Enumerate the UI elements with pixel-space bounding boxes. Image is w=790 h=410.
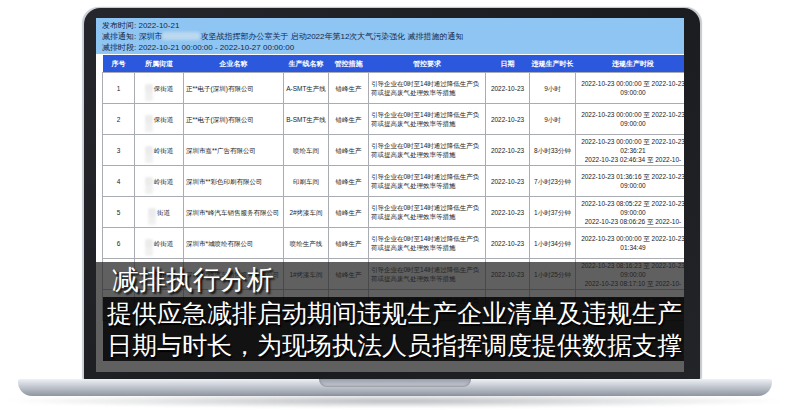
laptop-shadow <box>8 394 782 408</box>
redaction-smudge <box>145 84 153 93</box>
caption-overlay: 减排执行分析 提供应急减排启动期间违规生产企业清单及违规生产 日期与时长，为现场… <box>96 262 684 372</box>
cell-requirement: 引导企业在0时至14时通过降低生产负荷或提高废气处理效率等措施 <box>369 135 486 166</box>
cell-measure: 错峰生产 <box>329 197 369 228</box>
table-row: 6岭街道深圳市*城喷绘有限公司喷绘生产线错峰生产引导企业在0时至14时通过降低生… <box>103 228 685 259</box>
cell-line: B-SMT生产线 <box>284 104 329 135</box>
cell-street: 岭街道 <box>135 135 184 166</box>
cell-date: 2022-10-23 <box>486 166 530 197</box>
screen-content: 发布时间: 2022-10-21 减排通知: 深圳市攻坚战指挥部办公室关于 启动… <box>96 18 684 372</box>
column-header: 管控措施 <box>329 55 369 73</box>
redaction-smudge <box>162 32 200 40</box>
column-header: 所属街道 <box>135 55 184 73</box>
cell-seq: 6 <box>103 228 135 259</box>
cell-seq: 4 <box>103 166 135 197</box>
column-header: 序号 <box>103 55 135 73</box>
cell-line: 喷绘车间 <box>284 135 329 166</box>
cell-company: 深圳市**彩色印刷有限公司 <box>184 166 284 197</box>
cell-duration: 9小时 <box>530 73 576 104</box>
cell-seq: 3 <box>103 135 135 166</box>
cell-company: 深圳市*峰汽车销售服务有限公司 <box>184 197 284 228</box>
column-header: 违规生产时段 <box>576 55 685 73</box>
cell-requirement: 引导企业在0时至14时通过降低生产负荷或提高废气处理效率等措施 <box>369 166 486 197</box>
cell-period: 2022-10-23 00:00:00 至 2022-10-23 01:34:4… <box>576 228 685 259</box>
caption-line-1: 提供应急减排启动期间违规生产企业清单及违规生产 <box>103 297 684 329</box>
table-row: 2保街道正**电子(深圳)有限公司B-SMT生产线错峰生产引导企业在0时至14时… <box>103 104 685 135</box>
column-header: 违规生产时长 <box>530 55 576 73</box>
table-row: 1保街道正**电子(深圳)有限公司A-SMT生产线错峰生产引导企业在0时至14时… <box>103 73 685 104</box>
cell-street: 岭街道 <box>135 166 184 197</box>
cell-street: 保街道 <box>135 73 184 104</box>
cell-company: 正**电子(深圳)有限公司 <box>184 73 284 104</box>
cell-duration: 1小时34分钟 <box>530 228 576 259</box>
notice-info-panel: 发布时间: 2022-10-21 减排通知: 深圳市攻坚战指挥部办公室关于 启动… <box>96 18 684 54</box>
cell-street: 街道 <box>135 197 184 228</box>
cell-date: 2022-10-23 <box>486 197 530 228</box>
cell-period: 2022-10-23 00:00:00 至 2022-10-23 02:36:2… <box>576 135 685 166</box>
cell-requirement: 引导企业在0时至14时通过降低生产负荷或提高废气处理效率等措施 <box>369 197 486 228</box>
cell-date: 2022-10-23 <box>486 135 530 166</box>
cell-company: 深圳市嘉**广告有限公司 <box>184 135 284 166</box>
table-row: 4岭街道深圳市**彩色印刷有限公司印刷车间错峰生产引导企业在0时至14时通过降低… <box>103 166 685 197</box>
cell-street: 岭街道 <box>135 228 184 259</box>
redaction-smudge <box>145 239 153 248</box>
cell-measure: 错峰生产 <box>329 166 369 197</box>
column-header: 企业名称 <box>184 55 284 73</box>
cell-duration: 1小时37分钟 <box>530 197 576 228</box>
table-row: 5街道深圳市*峰汽车销售服务有限公司2#烤漆车间错峰生产引导企业在0时至14时通… <box>103 197 685 228</box>
notice-line: 减排通知: 深圳市攻坚战指挥部办公室关于 启动2022年第12次大气污染强化 减… <box>102 31 678 42</box>
laptop-base-notch <box>319 379 471 387</box>
column-header: 管控要求 <box>369 55 486 73</box>
cell-line: 印刷车间 <box>284 166 329 197</box>
cell-duration: 8小时33分钟 <box>530 135 576 166</box>
cell-duration: 7小时23分钟 <box>530 166 576 197</box>
cell-line: 2#烤漆车间 <box>284 197 329 228</box>
cell-requirement: 引导企业在0时至14时通过降低生产负荷或提高废气处理效率等措施 <box>369 73 486 104</box>
cell-date: 2022-10-23 <box>486 73 530 104</box>
caption-line-2: 日期与时长，为现场执法人员指挥调度提供数据支撑。 <box>103 329 684 361</box>
cell-company: 正**电子(深圳)有限公司 <box>184 104 284 135</box>
cell-measure: 错峰生产 <box>329 135 369 166</box>
column-header: 生产线名称 <box>284 55 329 73</box>
publish-time-line: 发布时间: 2022-10-21 <box>102 20 678 31</box>
cell-duration: 9小时 <box>530 104 576 135</box>
cell-measure: 错峰生产 <box>329 228 369 259</box>
cell-requirement: 引导企业在0时至14时通过降低生产负荷或提高废气处理效率等措施 <box>369 228 486 259</box>
caption-title: 减排执行分析 <box>112 265 274 296</box>
cell-period: 2022-10-23 08:05:22 至 2022-10-23 09:00:0… <box>576 197 685 228</box>
cell-street: 保街道 <box>135 104 184 135</box>
redaction-smudge <box>145 115 153 124</box>
cell-period: 2022-10-23 01:36:16 至 2022-10-23 09:00:0… <box>576 166 685 197</box>
cell-date: 2022-10-23 <box>486 104 530 135</box>
table-header-row: 序号所属街道企业名称生产线名称管控措施管控要求日期违规生产时长违规生产时段 <box>103 55 685 73</box>
cell-period: 2022-10-23 00:00:00 至 2022-10-23 09:00:0… <box>576 104 685 135</box>
table-row: 3岭街道深圳市嘉**广告有限公司喷绘车间错峰生产引导企业在0时至14时通过降低生… <box>103 135 685 166</box>
column-header: 日期 <box>486 55 530 73</box>
redaction-smudge <box>145 177 153 186</box>
cell-seq: 2 <box>103 104 135 135</box>
redaction-smudge <box>148 208 156 217</box>
cell-line: 喷绘生产线 <box>284 228 329 259</box>
cell-date: 2022-10-23 <box>486 228 530 259</box>
cell-requirement: 引导企业在0时至14时通过降低生产负荷或提高废气处理效率等措施 <box>369 104 486 135</box>
cell-company: 深圳市*城喷绘有限公司 <box>184 228 284 259</box>
cell-measure: 错峰生产 <box>329 73 369 104</box>
cell-line: A-SMT生产线 <box>284 73 329 104</box>
cell-period: 2022-10-23 00:00:00 至 2022-10-23 09:00:0… <box>576 73 685 104</box>
redaction-smudge <box>145 146 153 155</box>
cell-measure: 错峰生产 <box>329 104 369 135</box>
cell-seq: 1 <box>103 73 135 104</box>
period-line: 减排时段: 2022-10-21 00:00:00 - 2022-10-27 0… <box>102 42 678 53</box>
cell-seq: 5 <box>103 197 135 228</box>
